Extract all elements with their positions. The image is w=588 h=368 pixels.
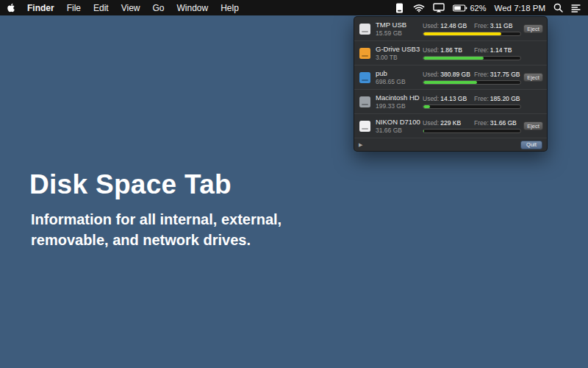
used-label: Used:: [423, 46, 439, 54]
free-label: Free:: [474, 119, 489, 127]
disk-space-tab-status-icon[interactable]: [394, 3, 405, 13]
free-label: Free:: [474, 71, 489, 78]
desktop: Finder File Edit View Go Window Help: [0, 0, 588, 368]
drive-row-macintosh-hd: Macintosh HD 199.33 GB Used:14.13 GB Fre…: [354, 90, 547, 114]
battery-icon: [453, 4, 467, 13]
drive-row-nikon-d7100: NIKON D7100 31.66 GB Used:229 KB Free:31…: [354, 114, 547, 138]
menu-item-file[interactable]: File: [67, 3, 81, 13]
eject-button[interactable]: Eject: [523, 73, 543, 82]
drive-row-g-drive: G-Drive USB3 3.00 TB Used:1.86 TB Free:1…: [354, 41, 547, 66]
drive-capacity: 199.33 GB: [376, 102, 423, 110]
external-drive-icon: [359, 48, 370, 59]
free-value: 1.14 TB: [490, 46, 512, 54]
drive-capacity: 31.66 GB: [376, 127, 423, 134]
page-title: Disk Space Tab: [29, 169, 232, 200]
menu-item-go[interactable]: Go: [153, 3, 165, 13]
external-drive-icon: [359, 24, 370, 35]
used-value: 14.13 GB: [440, 95, 467, 102]
camera-card-drive-icon: [359, 121, 370, 132]
capacity-bar: [423, 56, 521, 60]
capacity-bar: [423, 32, 521, 36]
capacity-bar: [423, 105, 521, 109]
drive-name: G-Drive USB3: [376, 45, 423, 53]
eject-button[interactable]: Eject: [523, 24, 543, 33]
drive-name: pub: [376, 69, 423, 77]
drive-row-pub: pub 698.65 GB Used:380.89 GB Free:317.75…: [354, 66, 547, 90]
free-value: 31.66 GB: [490, 119, 517, 127]
used-label: Used:: [423, 22, 439, 29]
notification-center-icon[interactable]: [571, 4, 581, 13]
drive-capacity: 15.59 GB: [376, 29, 423, 37]
menu-item-view[interactable]: View: [121, 3, 140, 13]
used-label: Used:: [423, 95, 439, 102]
drive-capacity: 698.65 GB: [376, 78, 423, 85]
menu-item-edit[interactable]: Edit: [93, 3, 109, 13]
network-drive-icon: [359, 72, 370, 83]
capacity-bar: [423, 80, 521, 85]
menu-item-window[interactable]: Window: [177, 3, 209, 13]
apple-icon[interactable]: [7, 3, 15, 13]
eject-button[interactable]: Eject: [523, 121, 543, 130]
spotlight-icon[interactable]: [553, 3, 563, 13]
battery-percent: 62%: [470, 4, 487, 13]
drive-name: Macintosh HD: [376, 93, 423, 102]
disk-space-popover: TMP USB 15.59 GB Used:12.48 GB Free:3.11…: [354, 16, 548, 152]
capacity-bar: [423, 129, 521, 133]
free-label: Free:: [474, 46, 489, 54]
airplay-display-icon[interactable]: [433, 3, 445, 13]
drive-row-tmp-usb: TMP USB 15.59 GB Used:12.48 GB Free:3.11…: [354, 17, 547, 41]
used-value: 1.86 TB: [440, 46, 462, 54]
subtitle-line-1: Information for all internal, external,: [31, 209, 282, 230]
page-subtitle: Information for all internal, external, …: [31, 209, 282, 250]
free-label: Free:: [474, 95, 489, 102]
subtitle-line-2: removable, and network drives.: [31, 230, 282, 250]
used-value: 229 KB: [440, 119, 461, 127]
used-value: 380.89 GB: [440, 71, 470, 78]
menu-clock[interactable]: Wed 7:18 PM: [495, 4, 545, 13]
menu-app-name[interactable]: Finder: [27, 3, 54, 13]
used-label: Used:: [423, 71, 439, 78]
free-value: 3.11 GB: [490, 22, 513, 29]
free-label: Free:: [474, 22, 489, 29]
free-value: 185.20 GB: [490, 95, 520, 102]
wifi-icon[interactable]: [413, 4, 425, 13]
expand-options-icon[interactable]: ▶: [359, 142, 362, 148]
drive-name: NIKON D7100: [376, 118, 423, 126]
battery-indicator[interactable]: 62%: [453, 4, 487, 13]
drive-capacity: 3.00 TB: [376, 54, 423, 61]
menu-bar: Finder File Edit View Go Window Help: [0, 0, 588, 15]
free-value: 317.75 GB: [490, 71, 520, 78]
used-label: Used:: [423, 119, 439, 127]
quit-button[interactable]: Quit: [520, 141, 542, 149]
drive-name: TMP USB: [376, 21, 423, 29]
popover-footer: ▶ Quit: [354, 138, 547, 151]
menu-item-help[interactable]: Help: [220, 3, 239, 13]
used-value: 12.48 GB: [440, 22, 467, 29]
internal-drive-icon: [359, 96, 370, 107]
